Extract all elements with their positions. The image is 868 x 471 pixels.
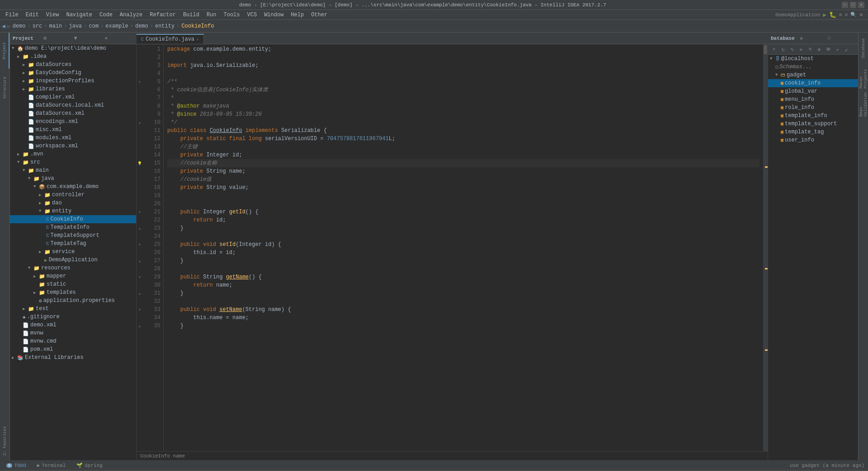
gutter-fold-23[interactable]: ▲ bbox=[137, 224, 142, 232]
menu-tools[interactable]: Tools bbox=[220, 11, 244, 19]
tree-item-static[interactable]: 📁 static bbox=[10, 280, 136, 288]
db-item-template-tag[interactable]: ▦ template_tag bbox=[768, 128, 858, 136]
profiler-button[interactable]: ≡ bbox=[845, 12, 848, 18]
back-button[interactable]: ◀ bbox=[2, 23, 5, 30]
tree-item-service[interactable]: ▶ 📁 service bbox=[10, 248, 136, 256]
bottom-tab-terminal[interactable]: ▶ Terminal bbox=[34, 462, 68, 469]
menu-build[interactable]: Build bbox=[179, 11, 203, 19]
menu-navigate[interactable]: Navigate bbox=[62, 11, 96, 19]
db-refresh-button[interactable]: ↻ bbox=[779, 45, 787, 53]
tree-item-pom-xml[interactable]: 📄 pom.xml bbox=[10, 345, 136, 353]
menu-other[interactable]: Other bbox=[307, 11, 331, 19]
editor-tab-cookieinfo[interactable]: C CookieInfo.java ✕ bbox=[137, 34, 204, 44]
gutter-fold-25[interactable]: ▼ bbox=[137, 240, 142, 249]
tree-item-modules-xml[interactable]: 📄 modules.xml bbox=[10, 134, 136, 142]
tree-item-external-libs[interactable]: ▶ 📚 External Libraries bbox=[10, 353, 136, 362]
close-button[interactable]: ✕ bbox=[858, 2, 864, 8]
tree-item-src[interactable]: ▼ 📁 src bbox=[10, 158, 136, 166]
tree-item-resources[interactable]: ▼ 📁 resources bbox=[10, 264, 136, 272]
minimize-button[interactable]: ─ bbox=[842, 2, 848, 8]
gutter-fold-33[interactable]: ▼ bbox=[137, 306, 142, 314]
tree-item-com-example-demo[interactable]: ▼ 📦 com.example.demo bbox=[10, 183, 136, 191]
tab-close-button[interactable]: ✕ bbox=[196, 37, 199, 42]
tree-item-easycodeconfig[interactable]: ▶ 📁 EasyCodeConfig bbox=[10, 69, 136, 77]
db-export-button[interactable]: ↗ bbox=[833, 45, 841, 53]
tree-item-idea[interactable]: ▶ 📁 .idea bbox=[10, 52, 136, 61]
db-delete-button[interactable]: ✕ bbox=[797, 45, 805, 53]
menu-analyze[interactable]: Analyze bbox=[116, 11, 146, 19]
project-close-icon[interactable]: ✕ bbox=[104, 35, 133, 42]
menu-edit[interactable]: Edit bbox=[22, 11, 42, 19]
breadcrumb-demo2[interactable]: demo bbox=[135, 23, 148, 29]
tree-item-compiler-xml[interactable]: 📄 compiler.xml bbox=[10, 93, 136, 101]
breadcrumb-cookieinfo[interactable]: CookieInfo bbox=[181, 23, 214, 29]
breadcrumb-src[interactable]: src bbox=[33, 23, 42, 29]
tree-item-entity[interactable]: ▼ 📁 entity bbox=[10, 207, 136, 215]
tree-item-mvnw-cmd[interactable]: 📄 mvnw.cmd bbox=[10, 337, 136, 345]
menu-file[interactable]: File bbox=[2, 11, 22, 19]
menu-window[interactable]: Window bbox=[260, 11, 287, 19]
db-settings-icon[interactable]: ⚙ bbox=[800, 36, 828, 41]
tree-item-templates[interactable]: ▶ 📁 templates bbox=[10, 288, 136, 297]
tree-item-app-properties[interactable]: ⚙ application.properties bbox=[10, 297, 136, 305]
db-item-template-info[interactable]: ▦ template_info bbox=[768, 112, 858, 120]
debug-button[interactable]: 🐛 bbox=[829, 11, 836, 19]
right-tool-bean-validation[interactable]: Bean Validation bbox=[859, 90, 868, 118]
project-settings-icon[interactable]: ⚙ bbox=[43, 35, 72, 42]
db-item-template-support[interactable]: ▦ template_support bbox=[768, 120, 858, 128]
vtab-project[interactable]: Project bbox=[0, 33, 9, 69]
coverage-button[interactable]: ⊙ bbox=[839, 12, 842, 18]
db-item-gadget[interactable]: ▼ 🗃 gadget bbox=[768, 71, 858, 79]
gutter-fold-21[interactable]: ▼ bbox=[137, 208, 142, 216]
search-everywhere-button[interactable]: 🔍 bbox=[850, 12, 857, 18]
breadcrumb-demo[interactable]: demo bbox=[13, 23, 26, 29]
tree-item-controller[interactable]: ▶ 📁 controller bbox=[10, 191, 136, 199]
breadcrumb-example[interactable]: example bbox=[105, 23, 128, 29]
tree-item-ds-xml[interactable]: 📄 dataSources.xml bbox=[10, 109, 136, 118]
db-item-schemas[interactable]: ◫ Schemas... bbox=[768, 63, 858, 71]
tree-item-demoapplication[interactable]: ▶ DemoApplication bbox=[10, 256, 136, 264]
breadcrumb-com[interactable]: com bbox=[89, 23, 99, 29]
tree-item-datasources[interactable]: ▶ 📁 dataSources bbox=[10, 61, 136, 69]
breadcrumb-entity[interactable]: entity bbox=[155, 23, 175, 29]
db-item-global-var[interactable]: ▦ global_var bbox=[768, 87, 858, 95]
menu-view[interactable]: View bbox=[42, 11, 63, 19]
tree-item-demo-root[interactable]: ▼ 🏠 demo E:\project\idea\demo bbox=[10, 44, 136, 52]
db-item-user-info[interactable]: ▦ user_info bbox=[768, 136, 858, 144]
tree-item-gitignore[interactable]: ◈ .gitignore bbox=[10, 313, 136, 321]
bottom-tab-spring[interactable]: 🌱 Spring bbox=[74, 462, 105, 469]
forward-button[interactable]: ▶ bbox=[7, 23, 11, 30]
tree-item-test[interactable]: ▶ 📁 test bbox=[10, 305, 136, 313]
breadcrumb-java[interactable]: java bbox=[69, 23, 82, 29]
db-expand-icon[interactable]: □ bbox=[828, 36, 855, 41]
gutter-fold-35[interactable]: ▲ bbox=[137, 322, 142, 330]
tree-item-misc-xml[interactable]: 📄 misc.xml bbox=[10, 126, 136, 134]
tree-item-demo-xml[interactable]: 📄 demo.xml bbox=[10, 321, 136, 329]
gutter-fold-10[interactable]: ▲ bbox=[137, 118, 142, 127]
tree-item-dao[interactable]: ▶ 📁 dao bbox=[10, 199, 136, 207]
project-gear-icon[interactable]: ▼ bbox=[74, 35, 103, 42]
gutter-fold-5[interactable]: ▼ bbox=[137, 78, 142, 86]
tree-item-ds-local-xml[interactable]: 📄 dataSources.local.xml bbox=[10, 101, 136, 109]
db-properties-button[interactable]: ≡ bbox=[806, 45, 814, 53]
tree-item-libraries[interactable]: ▶ 📁 libraries bbox=[10, 85, 136, 93]
menu-code[interactable]: Code bbox=[96, 11, 116, 19]
tree-item-templatetag[interactable]: C TemplateTag bbox=[10, 240, 136, 248]
tree-item-mvn[interactable]: ▶ 📁 .mvn bbox=[10, 150, 136, 158]
gutter-fold-31[interactable]: ▲ bbox=[137, 289, 142, 297]
gutter-fold-29[interactable]: ▼ bbox=[137, 273, 142, 281]
tree-item-templateinfo[interactable]: C TemplateInfo bbox=[10, 223, 136, 231]
bottom-tab-todo[interactable]: 6 TODO bbox=[4, 462, 29, 469]
tree-item-mvnw[interactable]: 📄 mvnw bbox=[10, 329, 136, 337]
settings-button[interactable]: ⚙ bbox=[859, 12, 863, 18]
tree-item-templatesupport[interactable]: C TemplateSupport bbox=[10, 231, 136, 240]
db-import-button[interactable]: ↙ bbox=[842, 45, 850, 53]
vtab-favorites[interactable]: 2: Favorites bbox=[0, 423, 9, 459]
scroll-thumb[interactable] bbox=[764, 45, 767, 54]
right-tool-database[interactable]: Database bbox=[859, 34, 868, 61]
tree-item-encodings-xml[interactable]: 📄 encodings.xml bbox=[10, 118, 136, 126]
code-content[interactable]: package com.example.demo.entity; import … bbox=[164, 44, 763, 451]
menu-help[interactable]: Help bbox=[287, 11, 307, 19]
db-edit-button[interactable]: ✎ bbox=[788, 45, 796, 53]
tree-item-main[interactable]: ▼ 📁 main bbox=[10, 166, 136, 174]
